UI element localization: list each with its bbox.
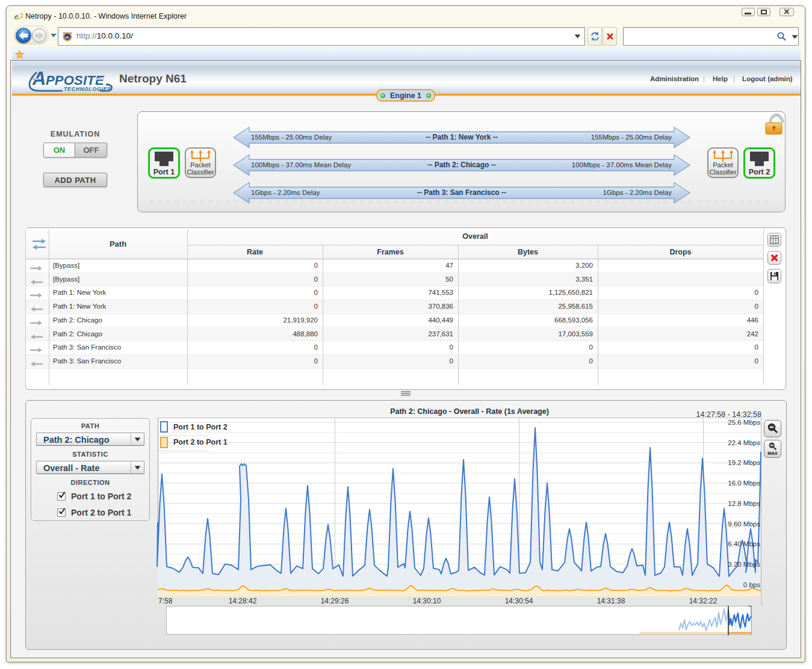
svg-text:e: e	[14, 11, 19, 21]
svg-text:TECHNOLOGIES: TECHNOLOGIES	[64, 86, 111, 92]
